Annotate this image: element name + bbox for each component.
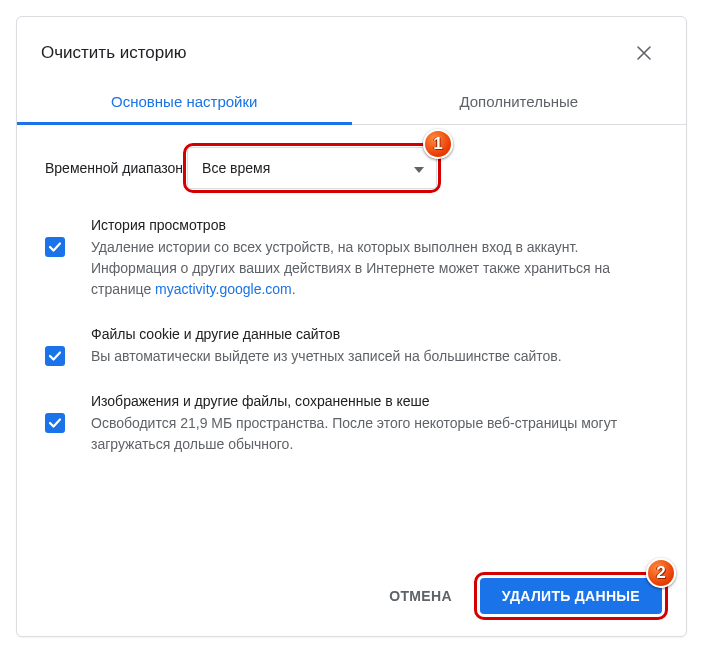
check-icon bbox=[48, 416, 62, 430]
myactivity-link[interactable]: myactivity.google.com bbox=[155, 281, 292, 297]
option-desc-history: Удаление истории со всех устройств, на к… bbox=[91, 237, 658, 300]
option-title-cookies: Файлы cookie и другие данные сайтов bbox=[91, 326, 658, 342]
dialog-header: Очистить историю bbox=[17, 17, 686, 79]
clear-browsing-data-dialog: Очистить историю Основные настройки Допо… bbox=[16, 16, 687, 637]
chevron-down-icon bbox=[414, 160, 424, 176]
time-range-label: Временной диапазон bbox=[45, 160, 183, 176]
check-icon bbox=[48, 349, 62, 363]
option-desc-cookies: Вы автоматически выйдете из учетных запи… bbox=[91, 346, 658, 367]
tab-bar: Основные настройки Дополнительные bbox=[17, 79, 686, 125]
dialog-footer: ОТМЕНА УДАЛИТЬ ДАННЫЕ 2 bbox=[17, 560, 686, 636]
time-range-select[interactable]: Все время bbox=[187, 147, 437, 189]
option-row-history: История просмотров Удаление истории со в… bbox=[45, 217, 658, 300]
close-button[interactable] bbox=[626, 35, 662, 71]
option-desc-cache: Освободится 21,9 МБ пространства. После … bbox=[91, 413, 658, 455]
dialog-content: Временной диапазон Все время 1 История п… bbox=[17, 125, 686, 560]
checkbox-cookies[interactable] bbox=[45, 346, 65, 366]
option-row-cache: Изображения и другие файлы, сохраненные … bbox=[45, 393, 658, 455]
tab-basic[interactable]: Основные настройки bbox=[17, 79, 352, 124]
checkbox-cache[interactable] bbox=[45, 413, 65, 433]
option-title-history: История просмотров bbox=[91, 217, 658, 233]
option-row-cookies: Файлы cookie и другие данные сайтов Вы а… bbox=[45, 326, 658, 367]
time-range-row: Временной диапазон Все время 1 bbox=[45, 147, 658, 189]
dialog-title: Очистить историю bbox=[41, 43, 626, 63]
time-range-value: Все время bbox=[202, 160, 270, 176]
tab-advanced[interactable]: Дополнительные bbox=[352, 79, 687, 124]
checkbox-history[interactable] bbox=[45, 237, 65, 257]
option-title-cache: Изображения и другие файлы, сохраненные … bbox=[91, 393, 658, 409]
check-icon bbox=[48, 240, 62, 254]
cancel-button[interactable]: ОТМЕНА bbox=[375, 578, 465, 614]
delete-data-button[interactable]: УДАЛИТЬ ДАННЫЕ bbox=[480, 578, 662, 614]
close-icon bbox=[636, 45, 652, 61]
